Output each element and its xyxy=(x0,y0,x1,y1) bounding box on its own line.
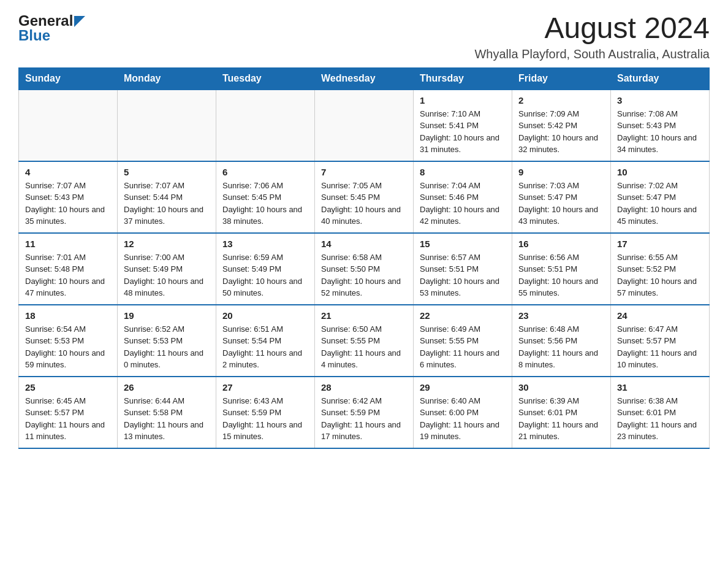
day-info: Sunrise: 6:45 AM Sunset: 5:57 PM Dayligh… xyxy=(25,395,111,443)
day-info: Sunrise: 6:47 AM Sunset: 5:57 PM Dayligh… xyxy=(617,323,703,371)
calendar-cell: 6Sunrise: 7:06 AM Sunset: 5:45 PM Daylig… xyxy=(216,161,315,233)
calendar-cell: 31Sunrise: 6:38 AM Sunset: 6:01 PM Dayli… xyxy=(611,377,710,448)
day-info: Sunrise: 7:06 AM Sunset: 5:45 PM Dayligh… xyxy=(222,180,308,228)
day-number: 5 xyxy=(124,167,210,177)
calendar-header-wednesday: Wednesday xyxy=(315,67,414,90)
calendar-header-saturday: Saturday xyxy=(611,67,710,90)
day-number: 7 xyxy=(321,167,407,177)
day-number: 26 xyxy=(124,382,210,393)
day-info: Sunrise: 7:07 AM Sunset: 5:44 PM Dayligh… xyxy=(124,180,210,228)
calendar-cell: 10Sunrise: 7:02 AM Sunset: 5:47 PM Dayli… xyxy=(611,161,710,233)
day-number: 21 xyxy=(321,310,407,321)
day-info: Sunrise: 7:09 AM Sunset: 5:42 PM Dayligh… xyxy=(518,108,604,156)
day-info: Sunrise: 6:56 AM Sunset: 5:51 PM Dayligh… xyxy=(518,251,604,299)
calendar-cell: 16Sunrise: 6:56 AM Sunset: 5:51 PM Dayli… xyxy=(512,233,611,305)
day-number: 16 xyxy=(518,239,604,249)
calendar-cell: 1Sunrise: 7:10 AM Sunset: 5:41 PM Daylig… xyxy=(414,90,512,161)
calendar-header-monday: Monday xyxy=(118,67,216,90)
day-info: Sunrise: 7:04 AM Sunset: 5:46 PM Dayligh… xyxy=(420,180,506,228)
day-number: 6 xyxy=(222,167,308,177)
day-info: Sunrise: 6:42 AM Sunset: 5:59 PM Dayligh… xyxy=(321,395,407,443)
calendar-cell: 11Sunrise: 7:01 AM Sunset: 5:48 PM Dayli… xyxy=(19,233,118,305)
calendar-header-thursday: Thursday xyxy=(414,67,512,90)
day-info: Sunrise: 6:38 AM Sunset: 6:01 PM Dayligh… xyxy=(617,395,703,443)
calendar-cell xyxy=(118,90,216,161)
calendar-cell: 29Sunrise: 6:40 AM Sunset: 6:00 PM Dayli… xyxy=(414,377,512,448)
calendar-header-friday: Friday xyxy=(512,67,611,90)
calendar-header-row: SundayMondayTuesdayWednesdayThursdayFrid… xyxy=(19,67,710,90)
calendar-cell: 21Sunrise: 6:50 AM Sunset: 5:55 PM Dayli… xyxy=(315,305,414,377)
day-info: Sunrise: 6:51 AM Sunset: 5:54 PM Dayligh… xyxy=(222,323,308,371)
day-number: 11 xyxy=(25,239,111,249)
calendar-cell xyxy=(315,90,414,161)
day-number: 19 xyxy=(124,310,210,321)
title-area: August 2024 Whyalla Playford, South Aust… xyxy=(474,12,710,61)
calendar-cell: 23Sunrise: 6:48 AM Sunset: 5:56 PM Dayli… xyxy=(512,305,611,377)
calendar-cell: 19Sunrise: 6:52 AM Sunset: 5:53 PM Dayli… xyxy=(118,305,216,377)
day-number: 31 xyxy=(617,382,703,393)
calendar-cell: 27Sunrise: 6:43 AM Sunset: 5:59 PM Dayli… xyxy=(216,377,315,448)
day-number: 12 xyxy=(124,239,210,249)
logo-blue-text: Blue xyxy=(18,27,50,44)
logo: General Blue xyxy=(18,12,85,44)
calendar-cell: 17Sunrise: 6:55 AM Sunset: 5:52 PM Dayli… xyxy=(611,233,710,305)
calendar-cell: 22Sunrise: 6:49 AM Sunset: 5:55 PM Dayli… xyxy=(414,305,512,377)
day-info: Sunrise: 6:50 AM Sunset: 5:55 PM Dayligh… xyxy=(321,323,407,371)
calendar-table: SundayMondayTuesdayWednesdayThursdayFrid… xyxy=(18,67,710,449)
calendar-cell: 24Sunrise: 6:47 AM Sunset: 5:57 PM Dayli… xyxy=(611,305,710,377)
day-number: 22 xyxy=(420,310,506,321)
day-info: Sunrise: 7:02 AM Sunset: 5:47 PM Dayligh… xyxy=(617,180,703,228)
day-info: Sunrise: 7:00 AM Sunset: 5:49 PM Dayligh… xyxy=(124,251,210,299)
day-number: 10 xyxy=(617,167,703,177)
calendar-header-tuesday: Tuesday xyxy=(216,67,315,90)
day-number: 25 xyxy=(25,382,111,393)
day-number: 17 xyxy=(617,239,703,249)
logo-triangle-icon xyxy=(74,16,85,27)
day-info: Sunrise: 6:49 AM Sunset: 5:55 PM Dayligh… xyxy=(420,323,506,371)
calendar-week-5: 25Sunrise: 6:45 AM Sunset: 5:57 PM Dayli… xyxy=(19,377,710,448)
calendar-week-2: 4Sunrise: 7:07 AM Sunset: 5:43 PM Daylig… xyxy=(19,161,710,233)
calendar-cell: 26Sunrise: 6:44 AM Sunset: 5:58 PM Dayli… xyxy=(118,377,216,448)
day-info: Sunrise: 7:03 AM Sunset: 5:47 PM Dayligh… xyxy=(518,180,604,228)
calendar-cell: 15Sunrise: 6:57 AM Sunset: 5:51 PM Dayli… xyxy=(414,233,512,305)
day-info: Sunrise: 6:40 AM Sunset: 6:00 PM Dayligh… xyxy=(420,395,506,443)
day-number: 4 xyxy=(25,167,111,177)
calendar-cell: 18Sunrise: 6:54 AM Sunset: 5:53 PM Dayli… xyxy=(19,305,118,377)
day-info: Sunrise: 6:57 AM Sunset: 5:51 PM Dayligh… xyxy=(420,251,506,299)
day-number: 15 xyxy=(420,239,506,249)
day-number: 14 xyxy=(321,239,407,249)
day-number: 9 xyxy=(518,167,604,177)
day-number: 13 xyxy=(222,239,308,249)
calendar-cell: 13Sunrise: 6:59 AM Sunset: 5:49 PM Dayli… xyxy=(216,233,315,305)
calendar-cell: 30Sunrise: 6:39 AM Sunset: 6:01 PM Dayli… xyxy=(512,377,611,448)
svg-marker-0 xyxy=(74,16,85,27)
day-info: Sunrise: 7:01 AM Sunset: 5:48 PM Dayligh… xyxy=(25,251,111,299)
calendar-cell: 2Sunrise: 7:09 AM Sunset: 5:42 PM Daylig… xyxy=(512,90,611,161)
calendar-cell: 3Sunrise: 7:08 AM Sunset: 5:43 PM Daylig… xyxy=(611,90,710,161)
day-info: Sunrise: 6:54 AM Sunset: 5:53 PM Dayligh… xyxy=(25,323,111,371)
day-number: 3 xyxy=(617,95,703,105)
day-number: 30 xyxy=(518,382,604,393)
day-info: Sunrise: 7:05 AM Sunset: 5:45 PM Dayligh… xyxy=(321,180,407,228)
calendar-cell: 25Sunrise: 6:45 AM Sunset: 5:57 PM Dayli… xyxy=(19,377,118,448)
day-number: 23 xyxy=(518,310,604,321)
day-number: 1 xyxy=(420,95,506,105)
location-title: Whyalla Playford, South Australia, Austr… xyxy=(474,47,710,61)
day-info: Sunrise: 6:44 AM Sunset: 5:58 PM Dayligh… xyxy=(124,395,210,443)
calendar-cell: 14Sunrise: 6:58 AM Sunset: 5:50 PM Dayli… xyxy=(315,233,414,305)
day-number: 24 xyxy=(617,310,703,321)
header: General Blue August 2024 Whyalla Playfor… xyxy=(18,12,710,61)
calendar-cell: 5Sunrise: 7:07 AM Sunset: 5:44 PM Daylig… xyxy=(118,161,216,233)
month-title: August 2024 xyxy=(474,12,710,45)
day-info: Sunrise: 6:39 AM Sunset: 6:01 PM Dayligh… xyxy=(518,395,604,443)
day-number: 29 xyxy=(420,382,506,393)
calendar-cell: 8Sunrise: 7:04 AM Sunset: 5:46 PM Daylig… xyxy=(414,161,512,233)
calendar-cell: 20Sunrise: 6:51 AM Sunset: 5:54 PM Dayli… xyxy=(216,305,315,377)
calendar-cell: 4Sunrise: 7:07 AM Sunset: 5:43 PM Daylig… xyxy=(19,161,118,233)
day-number: 27 xyxy=(222,382,308,393)
day-number: 20 xyxy=(222,310,308,321)
day-info: Sunrise: 6:55 AM Sunset: 5:52 PM Dayligh… xyxy=(617,251,703,299)
day-info: Sunrise: 6:58 AM Sunset: 5:50 PM Dayligh… xyxy=(321,251,407,299)
calendar-cell xyxy=(19,90,118,161)
day-number: 28 xyxy=(321,382,407,393)
